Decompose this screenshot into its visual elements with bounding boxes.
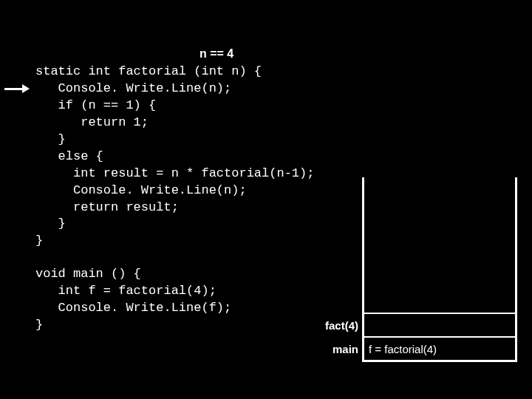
call-stack: fact(4) main f = factorial(4) (362, 177, 517, 362)
stack-frame-label: fact(4) (325, 319, 358, 332)
arrow-head (22, 84, 30, 93)
execution-arrow-icon (4, 84, 30, 93)
stack-frame-content: f = factorial(4) (369, 343, 437, 355)
stack-frame-main: main f = factorial(4) (364, 336, 515, 360)
arrow-stem (4, 88, 22, 90)
stack-well: fact(4) main f = factorial(4) (362, 177, 517, 362)
code-main: void main () { int f = factorial(4); Con… (35, 266, 231, 334)
parameter-annotation: n == 4 (200, 47, 233, 61)
stack-frame-fact4: fact(4) (364, 313, 515, 336)
code-factorial: static int factorial (int n) { Console. … (35, 64, 314, 250)
stack-frame-label: main (332, 343, 358, 355)
